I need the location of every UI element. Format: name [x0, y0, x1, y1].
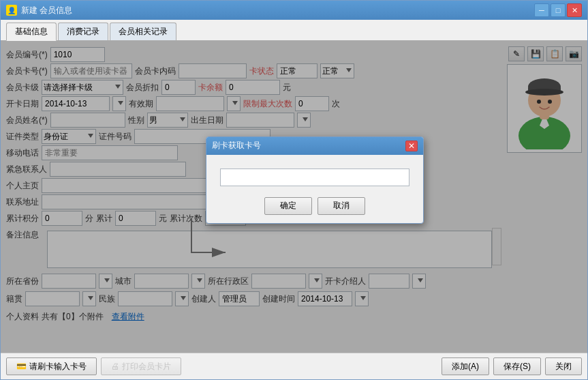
- swipe-card-input[interactable]: [220, 169, 409, 186]
- modal-close-button[interactable]: ✕: [405, 141, 418, 151]
- tab-bar: 基础信息 消费记录 会员相关记录: [1, 20, 587, 41]
- maximize-button[interactable]: □: [551, 3, 566, 17]
- swipe-card-icon: 💳: [16, 362, 27, 371]
- footer-right: 添加(A) 保存(S) 关闭: [442, 357, 582, 375]
- title-bar: 👤 新建 会员信息 ─ □ ✕: [1, 1, 587, 20]
- footer-bar: 💳 请刷卡输入卡号 🖨 打印会员卡片 添加(A) 保存(S) 关闭: [1, 353, 587, 379]
- main-window: 👤 新建 会员信息 ─ □ ✕ 基础信息 消费记录 会员相关记录 会员编号(*): [0, 0, 588, 380]
- close-button[interactable]: ✕: [567, 3, 582, 17]
- print-icon: 🖨: [111, 362, 119, 371]
- add-button[interactable]: 添加(A): [442, 357, 489, 375]
- swipe-card-button[interactable]: 💳 请刷卡输入卡号: [6, 357, 97, 375]
- modal-title-text: 刷卡获取卡号: [212, 140, 261, 151]
- window-controls: ─ □ ✕: [534, 3, 582, 17]
- modal-title-bar: 刷卡获取卡号 ✕: [206, 137, 423, 155]
- modal-buttons: 确定 取消: [220, 197, 409, 215]
- swipe-card-modal: 刷卡获取卡号 ✕ 确定 取消: [206, 136, 424, 224]
- close-button-footer[interactable]: 关闭: [545, 357, 582, 375]
- tab-basic-info[interactable]: 基础信息: [6, 23, 57, 41]
- footer-left: 💳 请刷卡输入卡号 🖨 打印会员卡片: [6, 357, 181, 375]
- window-icon: 👤: [6, 5, 17, 16]
- save-button[interactable]: 保存(S): [493, 357, 541, 375]
- main-content: 会员编号(*) 会员卡号(*) 会员卡内码 卡状态 正常: [1, 41, 587, 353]
- modal-confirm-button[interactable]: 确定: [264, 197, 312, 215]
- print-card-button[interactable]: 🖨 打印会员卡片: [101, 357, 181, 375]
- modal-cancel-button[interactable]: 取消: [318, 197, 365, 215]
- window-title: 新建 会员信息: [21, 5, 72, 16]
- modal-body: 确定 取消: [206, 155, 423, 223]
- title-bar-left: 👤 新建 会员信息: [6, 5, 72, 16]
- tab-consumption[interactable]: 消费记录: [58, 23, 108, 40]
- tab-related[interactable]: 会员相关记录: [110, 23, 176, 40]
- minimize-button[interactable]: ─: [534, 3, 549, 17]
- modal-overlay: 刷卡获取卡号 ✕ 确定 取消: [1, 41, 587, 353]
